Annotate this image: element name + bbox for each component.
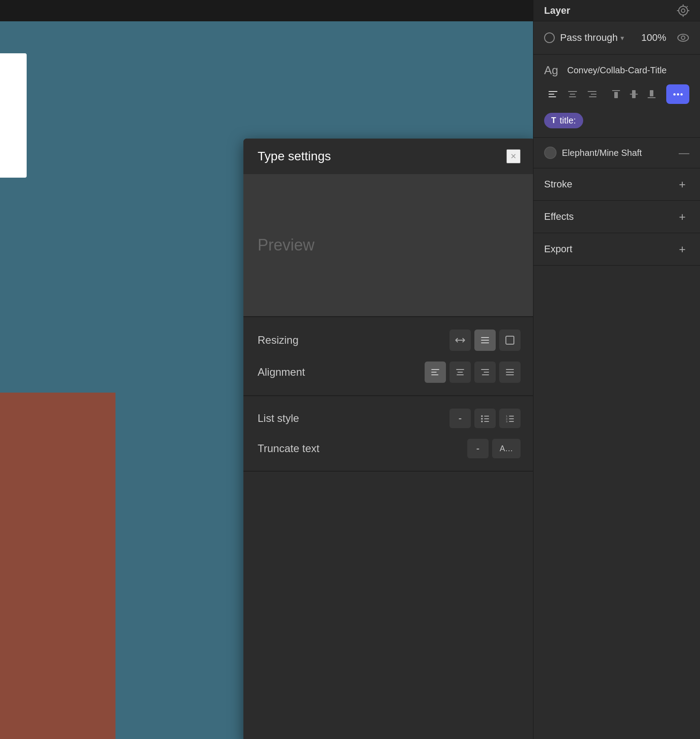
preview-area: Preview [243,174,535,316]
list-numbered-btn[interactable]: 1. 2. 3. [499,409,521,428]
svg-rect-36 [570,94,575,95]
alignment-label: Alignment [258,366,305,378]
text-horizontal-align-group [544,85,601,103]
list-style-controls: - 1. 2. [449,409,521,428]
text-tag-container: T title: [544,109,689,128]
right-panel-header: Layer [533,0,700,21]
canvas-white-card [0,53,27,178]
align-right-btn[interactable] [474,362,496,383]
svg-rect-38 [588,91,597,92]
svg-rect-39 [591,94,597,95]
svg-point-20 [481,421,483,422]
layer-title: Layer [544,5,570,16]
text-valign-middle-btn[interactable] [626,86,642,102]
svg-rect-0 [481,337,489,338]
resizing-label: Resizing [258,334,298,346]
right-panel: Layer Pass through ▾ 100% [533,0,700,739]
preview-text: Preview [258,236,314,254]
effects-section[interactable]: Effects + [533,201,700,233]
svg-rect-13 [506,369,514,370]
close-button[interactable]: × [506,149,521,163]
svg-point-16 [481,415,483,417]
panel-header: Type settings × [243,139,535,174]
resize-auto-height-btn[interactable] [474,330,496,351]
stroke-label: Stroke [544,179,573,190]
svg-rect-9 [457,374,464,375]
svg-rect-14 [506,372,514,373]
export-add-btn[interactable]: + [675,242,689,256]
export-section[interactable]: Export + [533,233,700,266]
list-bullet-btn[interactable] [474,409,496,428]
opacity-value[interactable]: 100% [641,32,666,44]
resize-fixed-btn[interactable] [499,330,521,351]
effects-label: Effects [544,211,574,222]
svg-rect-34 [549,96,556,97]
fill-color-swatch[interactable] [544,147,557,159]
blend-opacity-section: Pass through ▾ 100% [533,21,700,55]
svg-rect-46 [650,90,653,96]
svg-rect-8 [457,372,463,373]
svg-rect-10 [481,369,489,370]
svg-rect-2 [481,342,489,343]
blend-mode-text: Pass through [560,32,618,44]
truncate-none-btn[interactable]: - [467,439,489,458]
text-valign-top-btn[interactable] [608,86,624,102]
svg-rect-45 [648,97,656,98]
visibility-icon[interactable] [677,33,689,42]
fill-row: Elephant/Mine Shaft — [544,147,689,159]
list-none-btn[interactable]: - [449,409,471,428]
text-align-left-btn[interactable] [544,85,562,103]
fill-remove-btn[interactable]: — [679,147,689,159]
target-icon[interactable] [677,4,689,17]
canvas-top-bar [0,0,533,21]
dot-1 [673,93,676,95]
list-truncate-section: List style - 1. [243,396,535,472]
svg-rect-17 [484,416,489,417]
list-style-label: List style [258,412,299,425]
align-justify-btn[interactable] [499,362,521,383]
blend-mode-dropdown[interactable]: Pass through ▾ [560,32,636,44]
svg-point-29 [681,9,685,12]
text-vertical-align-group [608,86,660,102]
svg-text:3.: 3. [506,420,508,422]
stroke-add-btn[interactable]: + [675,177,689,191]
svg-rect-27 [509,421,514,422]
svg-point-28 [679,6,688,15]
svg-rect-4 [431,369,439,370]
truncate-ellipsis-btn[interactable]: A… [492,439,521,458]
style-name: Convey/Collab-Card-Title [567,65,667,75]
resize-alignment-section: Resizing [243,317,535,396]
alignment-row: Alignment [258,362,521,383]
resize-auto-width-btn[interactable] [449,330,471,351]
text-valign-bottom-btn[interactable] [644,86,660,102]
resizing-row: Resizing [258,330,521,351]
text-tag-icon: T [551,116,556,125]
more-options-btn[interactable] [666,84,689,104]
svg-rect-37 [569,96,576,97]
panel-title: Type settings [258,149,331,163]
svg-rect-3 [506,336,514,344]
ag-label: Ag [544,64,562,77]
canvas-brown-rect [0,393,115,739]
svg-rect-12 [482,374,489,375]
text-tag-label: title: [560,115,576,126]
svg-rect-32 [549,91,557,92]
blend-mode-row: Pass through ▾ 100% [544,32,689,44]
svg-rect-35 [568,91,577,92]
svg-rect-33 [549,94,554,95]
text-align-center-btn[interactable] [564,85,581,103]
svg-rect-42 [614,92,618,98]
align-left-btn[interactable] [425,362,446,383]
svg-rect-40 [589,96,597,97]
text-style-name-row: Ag Convey/Collab-Card-Title [544,64,689,77]
chevron-down-icon: ▾ [620,34,624,42]
text-align-right-btn[interactable] [583,85,601,103]
align-center-btn[interactable] [449,362,471,383]
truncate-controls: - A… [467,439,521,458]
text-tag[interactable]: T title: [544,113,583,128]
truncate-label: Truncate text [258,442,319,455]
svg-rect-19 [484,418,489,419]
svg-rect-7 [456,369,464,370]
effects-add-btn[interactable]: + [675,210,689,224]
stroke-section[interactable]: Stroke + [533,168,700,201]
